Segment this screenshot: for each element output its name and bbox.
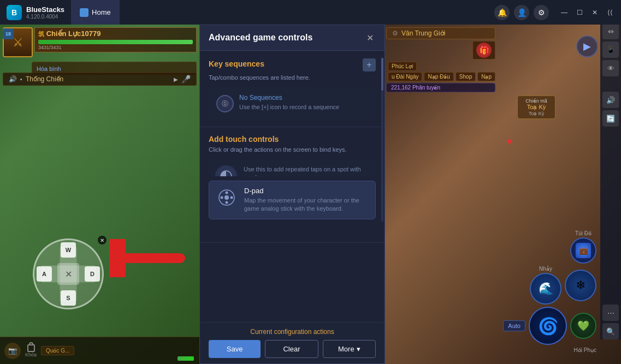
svg-point-7 (230, 196, 233, 199)
dpad-center: W S A D ✕ (57, 263, 79, 285)
health-bar (38, 40, 193, 44)
tui-do-btn[interactable]: 💼 (570, 237, 596, 264)
clear-button[interactable]: Clear (265, 340, 318, 358)
settings-btn[interactable]: ⚙ (534, 5, 549, 20)
game-bg-left: ⚔ 筑 Chiến Lực10779 3431/3431 18 Hòa bình… (0, 0, 199, 364)
no-seq-title: No Sequences (239, 94, 339, 102)
sidebar-search-icon[interactable]: 🔍 (602, 323, 619, 339)
skill-main-btn[interactable]: 🌀 (529, 307, 567, 345)
shop-row: Phúc Lợi u Đài Ngày Nạp Đầu Shop Nạp (388, 62, 495, 81)
touch-controls-desc: Click or drag the actions on the screen … (209, 146, 376, 154)
maximize-btn[interactable]: ☐ (573, 6, 586, 19)
left-bottom-bar: 📷 Khóa Quốc G... (0, 337, 199, 364)
char-title: Chiến mã (523, 98, 549, 104)
dai-ngay-btn[interactable]: u Đài Ngày (388, 72, 422, 81)
sidebar-rotate-icon[interactable]: 🔄 (602, 110, 619, 127)
dpad-down-btn[interactable]: S (61, 290, 76, 306)
add-touch-controls-section: Add touch controls Click or drag the act… (200, 127, 385, 242)
sidebar-more-icon[interactable]: ⋯ (602, 305, 619, 321)
game-right-content: ⚙ Vân Trung Giới 🎁 Phúc Lợi u Đài Ngày N… (383, 25, 621, 364)
red-dot-indicator (507, 139, 512, 144)
nap-dau-btn[interactable]: Nạp Đầu (424, 72, 453, 81)
modal-close-btn[interactable]: ✕ (364, 32, 376, 44)
home-icon (80, 8, 88, 17)
sidebar-phone-icon[interactable]: 📱 (602, 41, 619, 58)
location-bar: ⚙ Vân Trung Giới (386, 27, 495, 39)
close-btn[interactable]: ✕ (588, 6, 601, 19)
more-chevron-icon: ▾ (357, 345, 360, 353)
nap-btn[interactable]: Nạp (477, 72, 495, 81)
nav-arrow-btn[interactable]: ▶ (576, 35, 598, 57)
nhay-btn[interactable]: 🌊 (530, 273, 561, 305)
location-text: Vân Trung Giới (401, 29, 445, 37)
dpad-right-btn[interactable]: D (85, 266, 100, 282)
key-sequences-title: Key sequences (209, 59, 264, 68)
save-button[interactable]: Save (209, 340, 261, 358)
game-bottom-skills: Túi Đồ 💼 Nhảy 🌊 ❄ (503, 230, 596, 353)
home-tab-label: Home (92, 8, 111, 16)
energy-bar (178, 356, 194, 361)
bluestacks-icon: B (7, 5, 22, 20)
sidebar-volume-icon[interactable]: 🔊 (602, 92, 619, 108)
skill-2-btn[interactable]: ❄ (565, 270, 596, 301)
phuc-loi-btn[interactable]: Phúc Lợi (388, 62, 417, 71)
dpad-left-btn[interactable]: A (37, 266, 52, 282)
scroll-indicator (381, 58, 383, 222)
shop-btns: 🎁 Phúc Lợi u Đài Ngày Nạp Đầu Shop Nạp (386, 41, 495, 81)
sidebar-eye-icon[interactable]: 👁 (602, 60, 619, 76)
heal-btn[interactable]: 💚 (570, 313, 596, 339)
window-controls: — ☐ ✕ ⟨⟨ (558, 6, 617, 19)
skill-row-top: Túi Đồ 💼 (570, 230, 596, 264)
app-name: BlueStacks (26, 5, 64, 14)
bell-btn[interactable]: 🔔 (494, 5, 510, 20)
nhay-label: Nhảy (539, 266, 552, 272)
char-name: Toạ Kỳ (523, 104, 549, 111)
dpad-close-btn[interactable]: ✕ (98, 236, 107, 244)
more-button[interactable]: More ▾ (323, 340, 376, 358)
home-tab[interactable]: Home (71, 0, 120, 25)
player-name-bar: 筑 Chiến Lực10779 3431/3431 (34, 27, 197, 52)
dpad-text: D-pad Map the movement of your character… (244, 187, 369, 213)
top-bar-right: 🔔 👤 ⚙ — ☐ ✕ ⟨⟨ (494, 5, 621, 20)
mode-btn[interactable]: Quốc G... (41, 346, 74, 355)
dpad-control-item[interactable]: D-pad Map the movement of your character… (209, 181, 376, 219)
key-sequences-section: Key sequences + Tap/combo sequences are … (200, 51, 385, 127)
tui-do-container: Túi Đồ 💼 (570, 230, 596, 264)
modal-body[interactable]: Key sequences + Tap/combo sequences are … (200, 51, 385, 322)
minimize-btn[interactable]: — (558, 6, 571, 19)
big-arrow (109, 239, 186, 279)
svg-point-5 (226, 201, 228, 204)
dpad-icon (216, 187, 238, 208)
hoi-phuc-row: Hồi Phục (503, 347, 596, 353)
dpad-up-btn[interactable]: W (61, 242, 76, 258)
advanced-game-controls-modal: Advanced game controls ✕ Key sequences +… (199, 25, 385, 364)
char-subtitle: Toạ Kỳ (523, 111, 549, 116)
mode-bar: 🔊 ▪ Thống Chiến ▶ 🎤 (3, 73, 197, 86)
level-badge: 18 (3, 28, 14, 39)
modal-header: Advanced game controls ✕ (200, 25, 385, 51)
skill-row-bottom: Auto 🌀 💚 (503, 307, 596, 345)
control-partial-item: Use this to add repeated taps on a spot … (209, 160, 376, 176)
add-sequence-btn[interactable]: + (363, 58, 376, 71)
no-seq-text: No Sequences Use the [+] icon to record … (239, 94, 339, 111)
health-text: 3431/3431 (38, 45, 193, 50)
skill-row-mid: Nhảy 🌊 ❄ (530, 266, 596, 305)
shop-btn[interactable]: Shop (456, 72, 476, 81)
shop-btn-gift[interactable]: 🎁 (472, 41, 495, 59)
game-bg-right: ⚙ Vân Trung Giới 🎁 Phúc Lợi u Đài Ngày N… (383, 0, 621, 364)
restore-btn[interactable]: ⟨⟨ (604, 6, 617, 19)
dpad-container: W S A D ✕ ✕ (33, 238, 104, 309)
mode-text: Thống Chiến (26, 75, 63, 83)
no-sequences-box: ⓪ No Sequences Use the [+] icon to recor… (209, 87, 376, 119)
sidebar-arrows-icon[interactable]: ⇔ (602, 23, 619, 39)
footer-buttons: Save Clear More ▾ (209, 340, 376, 358)
profile-btn[interactable]: 👤 (514, 5, 529, 20)
dpad-desc: Map the movement of your character or th… (244, 196, 369, 213)
top-left-hud: ⚙ Vân Trung Giới 🎁 Phúc Lợi u Đài Ngày N… (386, 27, 495, 92)
game-left-content: ⚔ 筑 Chiến Lực10779 3431/3431 18 Hòa bình… (0, 25, 199, 364)
dpad-circle[interactable]: W S A D ✕ ✕ (33, 238, 104, 309)
status-text: Hòa bình (37, 65, 61, 72)
camera-btn[interactable]: 📷 (4, 343, 21, 359)
player-header: ⚔ 筑 Chiến Lực10779 3431/3431 (3, 27, 197, 60)
auto-btn[interactable]: Auto (503, 320, 525, 331)
